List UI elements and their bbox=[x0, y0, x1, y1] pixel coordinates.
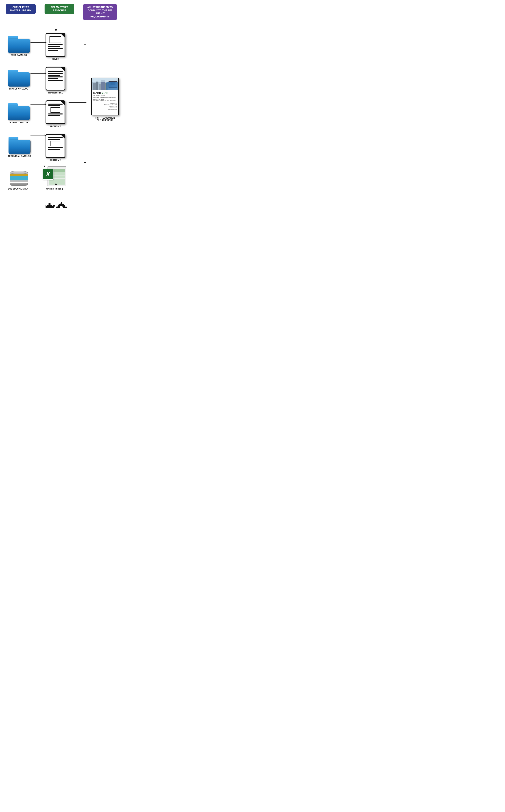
svg-point-1 bbox=[55, 29, 57, 31]
folder-text-catalog: TEXT CATALOG bbox=[8, 36, 30, 56]
doc-icon-section-a bbox=[45, 101, 65, 124]
doc-lines bbox=[47, 71, 63, 81]
folder-label-technical: TECHNICAL CATALOG bbox=[8, 155, 31, 157]
pdf-rfp: RFP #2024-RFP-03 Due Date: December 28, … bbox=[93, 99, 117, 101]
folder-body bbox=[8, 72, 30, 87]
pdf-result-container: MAINTSTAR City of Sierra Vista AZ Commun… bbox=[91, 70, 119, 121]
doc-icon-cover bbox=[45, 33, 65, 57]
doc-lines bbox=[47, 44, 63, 51]
doc-corner bbox=[61, 67, 64, 71]
svg-rect-44 bbox=[99, 84, 101, 90]
folder-technical-catalog: TECHNICAL CATALOG bbox=[8, 137, 31, 157]
doc-label-section-a: SECTION A bbox=[50, 125, 61, 128]
flow-diagram: TEXT CATALOG IMAGES CATALOG FORMS CATALO… bbox=[4, 26, 119, 204]
doc-inner-box bbox=[50, 107, 60, 113]
doc-transmittal: TRANSMITTAL bbox=[45, 67, 65, 94]
pdf-logo-star: STAR bbox=[102, 91, 108, 94]
excel-logo: X bbox=[42, 169, 53, 180]
folder-body bbox=[8, 140, 30, 154]
doc-icon-transmittal bbox=[45, 67, 65, 91]
folder-tab bbox=[8, 104, 18, 106]
badge-structured: ALL STRUCTURED TO COMPLY TO THE RFP SUBM… bbox=[83, 4, 117, 20]
doc-inner-box bbox=[49, 36, 61, 43]
folder-tab bbox=[8, 36, 18, 39]
header-row: OUR CLIENT'S MASTER LIBRARY RFP MASTER'S… bbox=[4, 4, 119, 20]
pdf-info-box: MaintStar, Inc. 8000 Turbo Drive, Suite … bbox=[93, 103, 117, 110]
folder-icon-text bbox=[8, 36, 30, 53]
svg-rect-50 bbox=[111, 82, 116, 85]
badge-client-library: OUR CLIENT'S MASTER LIBRARY bbox=[6, 4, 36, 14]
badge-rfp-response: RFP MASTER'S RESPONSE bbox=[44, 4, 74, 14]
pdf-subtitle: City of Sierra Vista AZ Community Develo… bbox=[93, 95, 117, 98]
db-bottom bbox=[10, 183, 28, 186]
svg-rect-33 bbox=[56, 206, 58, 208]
doc-section-b: SECTION B bbox=[45, 134, 65, 161]
svg-rect-48 bbox=[109, 81, 118, 88]
folder-icon-forms bbox=[8, 104, 30, 120]
database-icon bbox=[9, 171, 29, 187]
pdf-header-image bbox=[92, 78, 118, 90]
pdf-result-label: HIGH RESOLUTION PDF RESPONSE bbox=[91, 117, 119, 121]
doc-label-matrix: MATRIX (if Req.) bbox=[46, 188, 63, 190]
pdf-logo-text: MAINTSTAR bbox=[93, 91, 117, 94]
doc-section-a: SECTION A bbox=[45, 101, 65, 128]
folder-icon-technical bbox=[8, 137, 30, 154]
folder-label-images: IMAGES CATALOG bbox=[9, 88, 28, 90]
excel-x-icon: X bbox=[46, 171, 50, 177]
folder-icon-images bbox=[8, 70, 30, 87]
folder-images-catalog: IMAGES CATALOG bbox=[8, 70, 30, 90]
page-container: OUR CLIENT'S MASTER LIBRARY RFP MASTER'S… bbox=[0, 0, 123, 208]
folder-body bbox=[8, 106, 30, 120]
folder-body bbox=[8, 39, 30, 53]
folder-tab bbox=[8, 70, 18, 72]
doc-inner-box bbox=[50, 141, 60, 146]
doc-label-transmittal: TRANSMITTAL bbox=[48, 92, 63, 94]
gears-svg bbox=[45, 200, 69, 208]
doc-icon-section-b bbox=[45, 134, 65, 158]
gears-icon bbox=[45, 200, 69, 208]
sql-spec-content: SQL SPEC CONTENT bbox=[8, 171, 30, 190]
doc-corner bbox=[61, 34, 64, 37]
pdf-card: MAINTSTAR City of Sierra Vista AZ Commun… bbox=[91, 77, 119, 115]
pdf-image-svg bbox=[92, 78, 118, 90]
doc-corner bbox=[61, 101, 64, 105]
folder-label-forms: FORMS CATALOG bbox=[9, 121, 28, 124]
doc-label-cover: COVER bbox=[52, 58, 59, 60]
svg-rect-42 bbox=[93, 83, 96, 90]
folder-tab bbox=[8, 137, 18, 140]
svg-rect-20 bbox=[48, 203, 50, 205]
svg-rect-41 bbox=[92, 82, 118, 90]
svg-rect-43 bbox=[96, 81, 99, 90]
svg-rect-30 bbox=[60, 202, 62, 204]
adobe-content-management: ADOBE CONTENT MANAGEMENT bbox=[45, 200, 69, 208]
svg-rect-46 bbox=[105, 83, 108, 90]
doc-matrix: X MATRIX (if Req.) bbox=[42, 165, 66, 190]
doc-corner bbox=[61, 135, 64, 138]
doc-lines-bottom bbox=[47, 147, 63, 150]
doc-lines-bottom bbox=[47, 114, 63, 116]
pdf-content: MAINTSTAR City of Sierra Vista AZ Commun… bbox=[92, 90, 118, 112]
doc-cover: COVER bbox=[45, 33, 65, 60]
pdf-logo-main: MAINT bbox=[93, 91, 102, 94]
doc-label-section-b: SECTION B bbox=[50, 159, 61, 161]
folder-forms-catalog: FORMS CATALOG bbox=[8, 104, 30, 124]
folder-label-text: TEXT CATALOG bbox=[11, 54, 27, 56]
svg-rect-49 bbox=[109, 82, 117, 87]
svg-marker-17 bbox=[85, 102, 87, 104]
sql-label: SQL SPEC CONTENT bbox=[8, 188, 30, 190]
svg-rect-32 bbox=[65, 206, 67, 208]
excel-icon: X bbox=[42, 165, 66, 187]
